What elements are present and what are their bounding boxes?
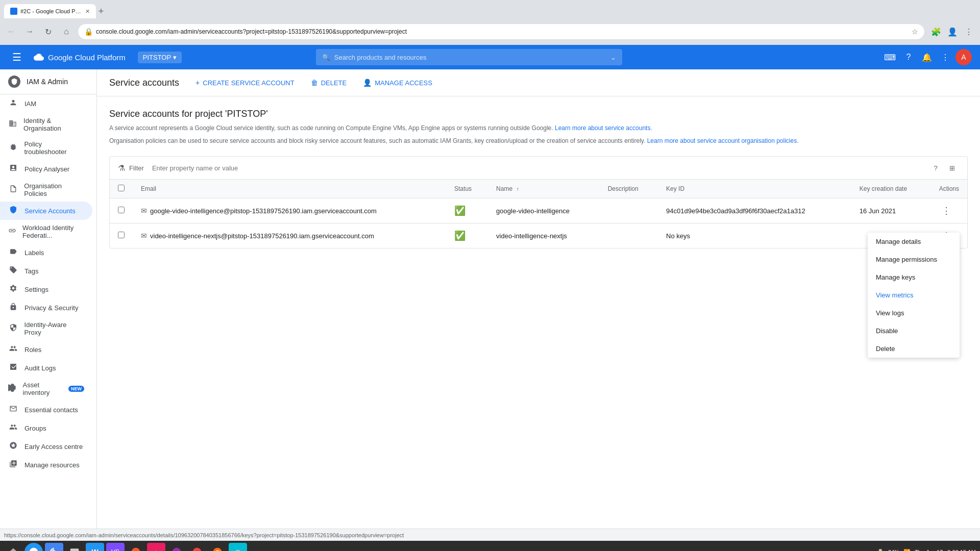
sidebar-item-audit-logs[interactable]: Audit Logs (0, 359, 92, 377)
context-menu-view-logs[interactable]: View logs (868, 304, 960, 322)
home-button[interactable]: ⌂ (59, 24, 74, 39)
delete-button[interactable]: 🗑 DELETE (307, 76, 351, 90)
sidebar-item-workload-identity[interactable]: Workload Identity Federati... (0, 220, 92, 243)
cloud-icon (34, 52, 44, 62)
row-2-checkbox[interactable] (118, 232, 125, 238)
taskbar-app-5[interactable]: VS (106, 543, 125, 551)
table-row: ✉ video-intelligence-nextjs@pitstop-1531… (110, 223, 967, 248)
taskbar-app-6[interactable] (127, 543, 145, 551)
sidebar-item-labels[interactable]: Labels (0, 243, 92, 262)
sidebar-item-tags[interactable]: Tags (0, 262, 92, 280)
search-placeholder: Search products and resources (334, 54, 427, 61)
sidebar-label-settings: Settings (24, 286, 48, 293)
cloud-shell-icon[interactable]: ⌨ (882, 49, 898, 65)
row-2-description-cell (600, 223, 658, 248)
context-menu-view-metrics[interactable]: View metrics (868, 286, 960, 304)
sidebar-item-early-access[interactable]: Early Access centre (0, 437, 92, 456)
manage-access-button[interactable]: 👤 MANAGE ACCESS (359, 76, 436, 90)
status-bar: https://console.cloud.google.com/iam-adm… (0, 529, 980, 541)
sidebar-item-identity-organisation[interactable]: Identity & Organisation (0, 113, 92, 136)
taskbar-chrome[interactable] (45, 543, 63, 551)
taskbar-firefox[interactable] (208, 543, 227, 551)
filter-input[interactable] (152, 164, 924, 172)
context-menu-manage-details[interactable]: Manage details (868, 233, 960, 251)
sidebar-item-organisation-policies[interactable]: Organisation Policies (0, 178, 92, 202)
wifi-icon: 📶 (903, 549, 911, 552)
taskbar-app-11[interactable]: ◎ (229, 543, 247, 551)
columns-filter-icon[interactable]: ⊞ (945, 161, 959, 175)
row-1-key-date-cell: 16 Jun 2021 (851, 198, 931, 223)
email-column-header: Email (133, 180, 446, 198)
status-column-header: Status (446, 180, 488, 198)
battery-level: 24% (888, 549, 899, 551)
iap-icon (8, 323, 18, 334)
sidebar-item-groups[interactable]: Groups (0, 419, 92, 437)
hamburger-menu-icon[interactable]: ☰ (8, 47, 26, 67)
taskbar-app-8[interactable] (167, 543, 186, 551)
person-icon: 👤 (363, 79, 372, 87)
taskbar-app-1[interactable] (24, 543, 43, 551)
extensions-button[interactable]: 🧩 (929, 24, 943, 39)
taskbar-show-desktop[interactable] (4, 543, 22, 551)
back-button[interactable]: ← (4, 24, 18, 39)
privacy-security-icon (8, 303, 18, 313)
help-icon[interactable]: ? (900, 49, 917, 65)
policy-troubleshooter-icon (8, 143, 18, 153)
row-1-name-cell: google-video-intelligence (488, 198, 600, 223)
sidebar-label-groups: Groups (24, 424, 46, 432)
sidebar-item-policy-troubleshooter[interactable]: Policy troubleshooter (0, 136, 92, 160)
sidebar-item-roles[interactable]: Roles (0, 340, 92, 359)
name-column-header[interactable]: Name ↑ (488, 180, 600, 198)
help-filter-icon[interactable]: ? (928, 161, 943, 175)
tab-close-icon[interactable]: ✕ (85, 8, 90, 15)
notifications-icon[interactable]: 🔔 (919, 49, 935, 65)
profile-button[interactable]: 👤 (945, 24, 960, 39)
user-avatar[interactable]: A (955, 49, 972, 65)
context-menu-delete[interactable]: Delete (868, 340, 960, 358)
sidebar-item-manage-resources[interactable]: Manage resources (0, 456, 92, 474)
more-options-button[interactable]: ⋮ (962, 24, 976, 39)
taskbar-app-7[interactable]: ♦ (147, 543, 165, 551)
context-menu-manage-keys[interactable]: Manage keys (868, 268, 960, 286)
row-2-key-id-cell: No keys (658, 223, 851, 248)
new-tab-button[interactable]: + (96, 4, 106, 18)
taskbar-app-3[interactable] (65, 543, 84, 551)
sidebar-item-iam[interactable]: IAM (0, 94, 92, 113)
sidebar-item-service-accounts[interactable]: Service Accounts (0, 202, 92, 220)
sidebar-item-policy-analyser[interactable]: Policy Analyser (0, 160, 92, 178)
context-menu-manage-permissions[interactable]: Manage permissions (868, 251, 960, 268)
sidebar-label-iap: Identity-Aware Proxy (24, 321, 84, 336)
header-actions: + CREATE SERVICE ACCOUNT 🗑 DELETE 👤 MANA… (191, 76, 436, 90)
reload-button[interactable]: ↻ (41, 24, 55, 39)
sidebar-label-service-accounts: Service Accounts (24, 207, 76, 215)
taskbar-app-4[interactable]: W (86, 543, 104, 551)
sidebar-label-workload: Workload Identity Federati... (22, 224, 84, 239)
sidebar-item-essential-contacts[interactable]: Essential contacts (0, 400, 92, 419)
search-bar[interactable]: 🔍 Search products and resources ⌄ (316, 49, 622, 65)
service-accounts-icon (8, 206, 18, 216)
filter-row: ⚗ Filter ? ⊞ (110, 157, 967, 180)
sidebar-item-asset-inventory[interactable]: Asset inventory NEW (0, 377, 92, 400)
key-creation-date-column-header: Key creation date (851, 180, 931, 198)
learn-more-service-accounts-link[interactable]: Learn more about service accounts. (555, 124, 652, 132)
forward-button[interactable]: → (22, 24, 37, 39)
content-header: Service accounts + CREATE SERVICE ACCOUN… (97, 69, 980, 96)
sidebar-label-identity: Identity & Organisation (23, 117, 84, 132)
learn-more-org-policies-link[interactable]: Learn more about service account organis… (647, 137, 799, 144)
taskbar-app-9[interactable] (188, 543, 206, 551)
row-1-more-button[interactable]: ⋮ (939, 204, 953, 218)
row-1-checkbox[interactable] (118, 207, 125, 213)
more-menu-icon[interactable]: ⋮ (937, 49, 953, 65)
active-tab[interactable]: #2C - Google Cloud Platform ✕ (4, 4, 96, 18)
context-menu-disable[interactable]: Disable (868, 322, 960, 340)
sidebar-item-settings[interactable]: Settings (0, 280, 92, 298)
address-bar[interactable]: 🔒 console.cloud.google.com/iam-admin/ser… (78, 23, 925, 40)
sidebar-item-privacy-security[interactable]: Privacy & Security (0, 298, 92, 317)
select-all-checkbox[interactable] (118, 185, 125, 191)
project-name-label: PITSTOP (143, 54, 171, 61)
project-selector[interactable]: PITSTOP ▾ (138, 52, 182, 63)
sidebar-item-identity-aware-proxy[interactable]: Identity-Aware Proxy (0, 317, 92, 340)
sidebar-header: IAM & Admin (0, 69, 96, 94)
create-service-account-button[interactable]: + CREATE SERVICE ACCOUNT (191, 76, 299, 90)
bookmark-star-icon[interactable]: ☆ (912, 28, 918, 36)
